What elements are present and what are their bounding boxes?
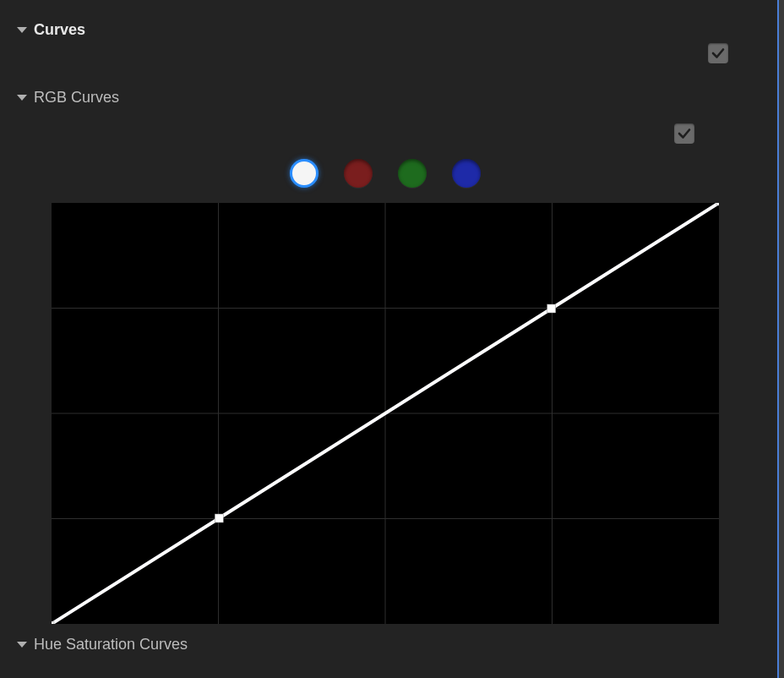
curve-control-point[interactable] xyxy=(52,621,54,624)
channel-blue-button[interactable] xyxy=(452,159,481,188)
check-icon xyxy=(710,46,726,61)
chevron-down-icon[interactable] xyxy=(17,642,27,648)
rgb-curves-section-header: RGB Curves xyxy=(17,89,754,107)
check-icon xyxy=(677,126,692,141)
chevron-down-icon[interactable] xyxy=(17,95,27,101)
right-edge-scrollbar[interactable] xyxy=(777,0,784,678)
curves-title: Curves xyxy=(34,21,85,39)
channel-red-button[interactable] xyxy=(344,159,373,188)
curve-control-point[interactable] xyxy=(215,514,223,522)
channel-green-button[interactable] xyxy=(398,159,427,188)
hue-sat-title: Hue Saturation Curves xyxy=(34,636,188,653)
channel-white-button[interactable] xyxy=(290,159,318,188)
rgb-curves-enable-checkbox[interactable] xyxy=(674,123,694,144)
chevron-down-icon[interactable] xyxy=(17,27,27,33)
hue-sat-section-header: Hue Saturation Curves xyxy=(17,624,754,653)
curve-control-point[interactable] xyxy=(716,203,719,205)
curves-section-header: Curves xyxy=(17,21,754,39)
curves-graph-svg[interactable] xyxy=(52,203,719,624)
curve-control-point[interactable] xyxy=(547,304,556,313)
curves-graph[interactable] xyxy=(52,203,719,624)
rgb-curves-title: RGB Curves xyxy=(34,89,119,107)
curves-enable-checkbox[interactable] xyxy=(708,43,728,63)
channel-selectors xyxy=(17,159,754,188)
